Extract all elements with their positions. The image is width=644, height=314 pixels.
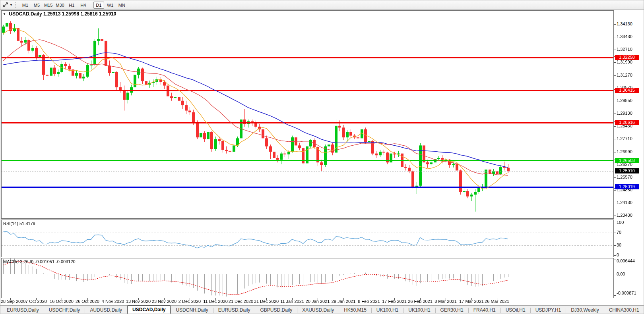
price-axis-label: 1.31990 bbox=[617, 60, 642, 65]
date-axis-label: 29 Jan 2021 bbox=[332, 299, 356, 304]
rsi-value: 51.8179 bbox=[19, 221, 35, 226]
chart-tab-audusd-daily[interactable]: AUDUSD,Daily bbox=[85, 306, 127, 314]
date-axis-label: 20 Jan 2021 bbox=[306, 299, 330, 304]
macd-signal-value: -0.003120 bbox=[56, 259, 76, 264]
date-axis-label: 8 Feb 2021 bbox=[358, 299, 380, 304]
current-price-tag: 1.25910 bbox=[615, 168, 639, 173]
date-axis-label: 23 Nov 2020 bbox=[152, 299, 177, 304]
chart-tab-ger30-h1[interactable]: GER30,H1 bbox=[436, 306, 468, 314]
price-axis-label: 1.29850 bbox=[617, 98, 642, 103]
rsi-axis-label: 100 bbox=[617, 220, 642, 225]
timeframe-button-m1[interactable]: M1 bbox=[20, 2, 31, 9]
date-axis-label: 26 Feb 2021 bbox=[408, 299, 433, 304]
date-axis-label: 17 Feb 2021 bbox=[382, 299, 407, 304]
chart-tab-usdchf-daily[interactable]: USDCHF,Daily bbox=[44, 306, 85, 314]
date-axis-label: 2 Dec 2020 bbox=[178, 299, 201, 304]
timeframe-button-d1[interactable]: D1 bbox=[93, 2, 104, 9]
price-axis-label: 1.33430 bbox=[617, 34, 642, 39]
timeframe-button-h4[interactable]: H4 bbox=[78, 2, 89, 9]
hline-price-tag[interactable]: 1.30415 bbox=[615, 88, 639, 93]
hline-price-tag[interactable]: 1.28616 bbox=[615, 120, 639, 125]
chart-tab-uk100-h1[interactable]: UK100,H1 bbox=[403, 306, 435, 314]
timeframe-button-mn[interactable]: MN bbox=[116, 2, 127, 9]
macd-main-value: -0.001051 bbox=[35, 259, 54, 264]
price-axis-label: 1.23430 bbox=[617, 213, 642, 218]
price-axis-label: 1.25570 bbox=[617, 175, 642, 180]
timeframe-button-w1[interactable]: W1 bbox=[105, 2, 116, 9]
date-axis-label: 16 Oct 2020 bbox=[50, 299, 74, 304]
hline-price-tag[interactable]: 1.32258 bbox=[615, 55, 639, 60]
date-axis-label: 28 Sep 2020 bbox=[1, 299, 25, 304]
price-axis-label: 1.31270 bbox=[617, 73, 642, 78]
rsi-indicator-label: RSI(14) 51.8179 bbox=[3, 221, 35, 226]
rsi-axis-label: 0 bbox=[617, 252, 642, 258]
price-axis-label: 1.32710 bbox=[617, 47, 642, 52]
chart-tab-usdjpy-h1[interactable]: USDJPY,H1 bbox=[531, 306, 566, 314]
date-axis-label: 17 Mar 2021 bbox=[459, 299, 484, 304]
macd-axis-label: 0.00 bbox=[617, 272, 642, 277]
chart-tab-china300-h1[interactable]: CHINA300,H1 bbox=[604, 306, 644, 314]
chart-tab-uk100-h1[interactable]: UK100,H1 bbox=[372, 306, 403, 314]
date-axis-label: 8 Mar 2021 bbox=[435, 299, 457, 304]
price-axis-label: 1.34130 bbox=[617, 21, 642, 27]
chart-title: ▼ USDCAD,Daily 1.25913 1.25998 1.25816 1… bbox=[3, 11, 116, 17]
timeframe-button-h1[interactable]: H1 bbox=[66, 2, 77, 9]
rsi-name: RSI(14) bbox=[3, 221, 18, 226]
dropdown-caret-icon: ▼ bbox=[10, 3, 13, 7]
timeframe-button-m30[interactable]: M30 bbox=[54, 2, 65, 9]
date-axis-label: 26 Mar 2021 bbox=[485, 299, 509, 304]
rsi-axis-label: 30 bbox=[617, 243, 642, 248]
chart-tab-xauusd-daily[interactable]: XAUUSD,Daily bbox=[297, 306, 339, 314]
date-axis-label: 31 Dec 2020 bbox=[254, 299, 279, 304]
timeframe-button-m15[interactable]: M15 bbox=[43, 2, 54, 9]
hline-price-tag[interactable]: 1.26503 bbox=[615, 158, 639, 163]
hline-price-tag[interactable]: 1.25019 bbox=[615, 184, 639, 189]
chart-tab-hk50-m15[interactable]: HK50,M15 bbox=[339, 306, 371, 314]
date-axis-label: 11 Dec 2020 bbox=[203, 299, 228, 304]
macd-axis-label: -0.009871 bbox=[617, 291, 642, 296]
price-axis-label: 1.27710 bbox=[617, 136, 642, 141]
chart-tabs-bar: EURUSD,DailyUSDCHF,DailyAUDUSD,DailyUSDC… bbox=[0, 305, 644, 314]
macd-indicator-label: MACD(12,26,9) -0.001051 -0.003120 bbox=[3, 259, 76, 264]
chart-tab-usdcad-daily[interactable]: USDCAD,Daily bbox=[127, 305, 171, 314]
toolbar: ▼ M1M5M15M30H1H4D1W1MN bbox=[0, 0, 644, 10]
chart-tab-usdcnh-daily[interactable]: USDCNH,Daily bbox=[171, 306, 213, 314]
chart-tab-dj30-weekly[interactable]: DJ30,Weekly bbox=[566, 306, 603, 314]
chart-ohlc-values: 1.25913 1.25998 1.25816 1.25910 bbox=[43, 11, 116, 17]
chart-tab-gbpusd-daily[interactable]: GBPUSD,Daily bbox=[255, 306, 297, 314]
chart-symbol-label: USDCAD,Daily bbox=[9, 11, 42, 17]
cursor-tool-button[interactable]: ▼ bbox=[2, 1, 14, 9]
trading-terminal-window: ▼ M1M5M15M30H1H4D1W1MN ▼ USDCAD,Daily 1.… bbox=[0, 0, 644, 314]
rsi-axis-label: 70 bbox=[617, 230, 642, 235]
macd-name: MACD(12,26,9) bbox=[3, 259, 33, 264]
chart-tab-usoil-h1[interactable]: USOil,H1 bbox=[501, 306, 530, 314]
chart-canvas[interactable] bbox=[0, 10, 644, 305]
timeframe-button-m5[interactable]: M5 bbox=[31, 2, 42, 9]
chart-tab-eurusd-daily[interactable]: EURUSD,Daily bbox=[213, 306, 255, 314]
date-axis-label: 4 Nov 2020 bbox=[102, 299, 124, 304]
date-axis-label: 26 Oct 2020 bbox=[76, 299, 99, 304]
date-axis-label: 11 Jan 2021 bbox=[280, 299, 304, 304]
timeframe-toolbar: M1M5M15M30H1H4D1W1MN bbox=[19, 1, 128, 9]
price-axis-label: 1.24130 bbox=[617, 200, 642, 205]
price-axis-label: 1.26990 bbox=[617, 149, 642, 154]
expander-triangle-icon[interactable]: ▼ bbox=[3, 12, 6, 16]
chart-tab-eurusd-daily[interactable]: EURUSD,Daily bbox=[2, 306, 44, 314]
macd-axis-label: 0.006444 bbox=[617, 258, 642, 264]
cursor-crosshair-icon bbox=[3, 2, 9, 8]
date-axis-label: 21 Dec 2020 bbox=[229, 299, 253, 304]
date-axis-label: 7 Oct 2020 bbox=[25, 299, 47, 304]
toolbar-grip[interactable] bbox=[16, 2, 17, 8]
chart-tab-fra40-h1[interactable]: FRA40,H1 bbox=[469, 306, 500, 314]
chart-tabs: EURUSD,DailyUSDCHF,DailyAUDUSD,DailyUSDC… bbox=[2, 306, 644, 314]
price-axis-label: 1.29130 bbox=[617, 111, 642, 116]
chart-area: ▼ USDCAD,Daily 1.25913 1.25998 1.25816 1… bbox=[0, 10, 644, 305]
date-axis-label: 13 Nov 2020 bbox=[126, 299, 151, 304]
